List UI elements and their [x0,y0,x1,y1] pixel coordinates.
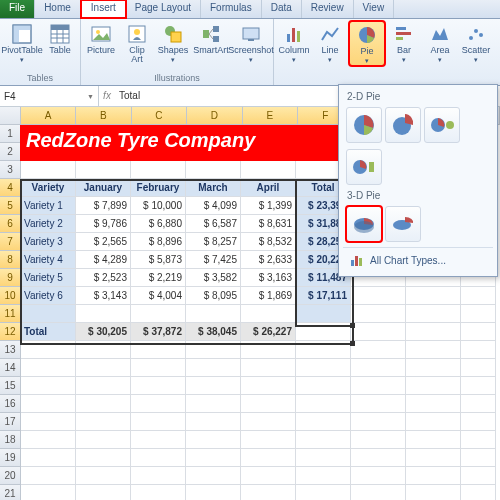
tab-bar: File Home Insert Page Layout Formulas Da… [0,0,500,19]
tab-review[interactable]: Review [302,0,354,18]
group-charts-label [277,72,500,84]
btn-scatter-chart[interactable]: Scatter▾ [459,21,493,64]
total-mar: $ 38,045 [186,323,241,341]
table-cell: $ 1,869 [241,287,296,305]
btn-clipart[interactable]: Clip Art [120,21,154,64]
totals-label: Total [21,323,76,341]
col-header-A[interactable]: A [21,107,76,125]
btn-pie-chart[interactable]: Pie▾ [349,21,385,66]
table-cell: $ 6,587 [186,215,241,233]
table-cell: $ 3,143 [76,287,131,305]
table-cell: $ 4,004 [131,287,186,305]
btn-smartart[interactable]: SmartArt [192,21,230,55]
pie-chart-icon [356,24,378,46]
svg-rect-25 [396,27,406,30]
table-row-total: $ 17,111 [296,287,351,305]
tab-data[interactable]: Data [262,0,302,18]
name-box[interactable]: F4▼ [0,86,99,106]
clipart-icon [126,23,148,45]
btn-pivottable[interactable]: PivotTable▾ [3,21,41,64]
col-header-C[interactable]: C [132,107,187,125]
picture-icon [90,23,112,45]
bar-of-pie[interactable] [346,149,382,185]
scatter-chart-icon [465,23,487,45]
svg-rect-16 [203,30,209,38]
svg-point-28 [469,36,473,40]
pie-chart-menu: 2-D Pie 3-D Pie All Chart Types... [338,84,498,277]
svg-rect-23 [297,31,300,42]
col-header-B[interactable]: B [76,107,131,125]
col-header-E[interactable]: E [243,107,298,125]
company-title: RedZone Tyre Company [20,125,350,161]
btn-bar-chart[interactable]: Bar▾ [387,21,421,64]
table-row-variety: Variety 2 [21,215,76,233]
table-cell: $ 3,163 [241,269,296,287]
group-charts: Column▾ Line▾ Pie▾ Bar▾ Area▾ Scatter▾ O… [274,19,500,85]
smartart-icon [200,23,222,45]
table-cell: $ 7,899 [76,197,131,215]
svg-rect-42 [355,256,358,266]
btn-column-chart[interactable]: Column▾ [277,21,311,64]
table-cell: $ 6,880 [131,215,186,233]
table-row-variety: Variety 6 [21,287,76,305]
tab-pagelayout[interactable]: Page Layout [126,0,201,18]
tab-file[interactable]: File [0,0,35,18]
table-cell: $ 7,425 [186,251,241,269]
header-february: February [131,179,186,197]
svg-rect-17 [213,26,219,32]
tab-formulas[interactable]: Formulas [201,0,262,18]
tab-insert[interactable]: Insert [81,0,126,18]
svg-point-29 [474,29,478,33]
chevron-down-icon: ▼ [87,93,94,100]
table-cell: $ 8,896 [131,233,186,251]
shapes-icon [162,23,184,45]
area-chart-icon [429,23,451,45]
svg-rect-43 [359,258,362,266]
table-cell: $ 8,257 [186,233,241,251]
group-illustrations-label: Illustrations [84,72,270,84]
chart-types-icon [349,252,365,268]
table-icon [49,23,71,45]
btn-picture[interactable]: Picture [84,21,118,55]
select-all-corner[interactable] [0,107,21,125]
svg-rect-27 [396,37,403,40]
table-cell: $ 3,582 [186,269,241,287]
group-tables: PivotTable▾ Table Tables [0,19,81,85]
total-jan: $ 30,205 [76,323,131,341]
pie-2d-exploded[interactable] [385,107,421,143]
btn-screenshot[interactable]: Screenshot▾ [232,21,270,64]
svg-rect-21 [287,34,290,42]
svg-point-35 [446,121,454,129]
group-illustrations: Picture Clip Art Shapes▾ SmartArt Screen… [81,19,274,85]
svg-rect-26 [396,32,411,35]
table-cell: $ 4,099 [186,197,241,215]
table-cell: $ 8,532 [241,233,296,251]
btn-shapes[interactable]: Shapes▾ [156,21,190,64]
pie-3d-exploded[interactable] [385,206,421,242]
fx-icon[interactable]: fx [99,86,115,106]
table-cell: $ 2,219 [131,269,186,287]
tab-view[interactable]: View [354,0,395,18]
header-march: March [186,179,241,197]
pie-2d-basic[interactable] [346,107,382,143]
table-row-variety: Variety 5 [21,269,76,287]
table-cell: $ 9,786 [76,215,131,233]
btn-table[interactable]: Table [43,21,77,55]
group-tables-label: Tables [3,72,77,84]
col-header-D[interactable]: D [187,107,242,125]
all-chart-types[interactable]: All Chart Types... [343,247,493,272]
btn-other-charts[interactable]: Oth Cha [495,21,500,64]
pie-of-pie[interactable] [424,107,460,143]
pie-3d-basic[interactable] [346,206,382,242]
svg-rect-22 [292,28,295,42]
table-row-variety: Variety 4 [21,251,76,269]
btn-area-chart[interactable]: Area▾ [423,21,457,64]
svg-rect-2 [13,25,19,43]
btn-line-chart[interactable]: Line▾ [313,21,347,64]
svg-rect-41 [351,260,354,266]
header-january: January [76,179,131,197]
bar-chart-icon [393,23,415,45]
screenshot-icon [240,23,262,45]
tab-home[interactable]: Home [35,0,81,18]
total-apr: $ 26,227 [241,323,296,341]
